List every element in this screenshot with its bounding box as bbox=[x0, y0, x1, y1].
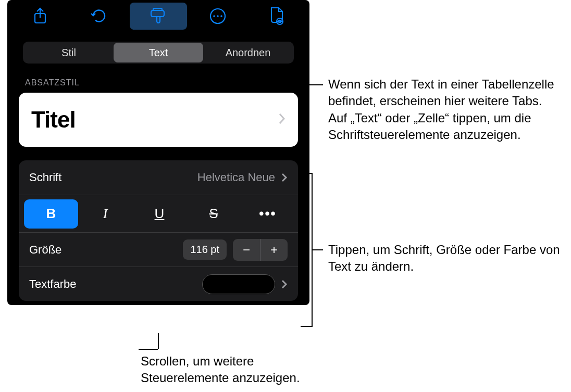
tab-style[interactable]: Stil bbox=[24, 43, 114, 62]
share-icon bbox=[33, 7, 47, 25]
chevron-right-icon bbox=[281, 280, 288, 289]
tab-arrange[interactable]: Anordnen bbox=[203, 43, 293, 62]
size-row: Größe 116 pt − + bbox=[19, 232, 298, 267]
share-button[interactable] bbox=[11, 3, 69, 30]
paragraph-style-row[interactable]: Titel bbox=[19, 93, 298, 147]
size-controls: 116 pt − + bbox=[183, 239, 288, 261]
tab-text[interactable]: Text bbox=[114, 43, 203, 62]
text-style-buttons-row: B I U S ••• bbox=[19, 195, 298, 232]
svg-point-2 bbox=[213, 15, 215, 17]
callout-card-note: Tippen, um Schrift, Größe oder Farbe von… bbox=[328, 242, 563, 275]
text-color-value bbox=[202, 274, 288, 294]
text-color-label: Textfarbe bbox=[29, 277, 77, 291]
font-name: Helvetica Neue bbox=[197, 171, 275, 184]
font-row-value: Helvetica Neue bbox=[197, 171, 288, 184]
size-stepper: − + bbox=[233, 239, 288, 261]
strikethrough-button[interactable]: S bbox=[187, 199, 241, 229]
paragraph-style-title: Titel bbox=[31, 107, 76, 133]
document-view-button[interactable] bbox=[248, 3, 305, 30]
callout-line bbox=[158, 73, 159, 84]
callout-line bbox=[312, 249, 323, 250]
format-button[interactable] bbox=[130, 3, 187, 30]
size-increase-button[interactable]: + bbox=[260, 239, 288, 261]
bold-button[interactable]: B bbox=[24, 199, 78, 229]
undo-icon bbox=[90, 8, 108, 24]
italic-button[interactable]: I bbox=[78, 199, 132, 229]
callout-line bbox=[139, 349, 158, 350]
callout-line bbox=[301, 173, 312, 174]
chevron-right-icon bbox=[281, 173, 288, 182]
size-decrease-button[interactable]: − bbox=[233, 239, 260, 261]
format-tabs: Stil Text Anordnen bbox=[23, 42, 294, 64]
callout-tabs-note: Wenn sich der Text in einer Tabellenzell… bbox=[328, 76, 563, 144]
font-row-label: Schrift bbox=[29, 171, 61, 184]
tabs-container: Stil Text Anordnen bbox=[7, 32, 309, 68]
text-controls-card: Schrift Helvetica Neue B I U S ••• Größe… bbox=[19, 160, 298, 301]
format-brush-icon bbox=[150, 7, 167, 25]
font-row[interactable]: Schrift Helvetica Neue bbox=[19, 160, 298, 195]
document-view-icon bbox=[268, 7, 285, 26]
undo-button[interactable] bbox=[71, 3, 128, 30]
underline-glyph: U bbox=[155, 206, 165, 222]
format-panel: Stil Text Anordnen ABSATZSTIL Titel Schr… bbox=[7, 0, 309, 305]
size-value[interactable]: 116 pt bbox=[183, 239, 227, 260]
callout-line bbox=[158, 84, 323, 85]
callout-line bbox=[158, 333, 159, 349]
svg-point-4 bbox=[220, 15, 222, 17]
top-toolbar bbox=[7, 0, 309, 32]
callout-scroll-note: Scrollen, um weitere Steuerelemente anzu… bbox=[141, 353, 328, 387]
size-row-label: Größe bbox=[29, 243, 61, 257]
strike-glyph: S bbox=[209, 206, 218, 222]
more-button[interactable] bbox=[189, 3, 246, 30]
more-glyph: ••• bbox=[259, 206, 276, 222]
italic-glyph: I bbox=[103, 206, 108, 222]
underline-button[interactable]: U bbox=[132, 199, 187, 229]
more-styles-button[interactable]: ••• bbox=[241, 199, 295, 229]
color-swatch[interactable] bbox=[202, 274, 275, 294]
more-icon bbox=[209, 7, 227, 25]
svg-point-3 bbox=[217, 15, 219, 17]
callout-line bbox=[301, 326, 312, 327]
chevron-right-icon bbox=[278, 111, 286, 128]
text-color-row[interactable]: Textfarbe bbox=[19, 267, 298, 301]
